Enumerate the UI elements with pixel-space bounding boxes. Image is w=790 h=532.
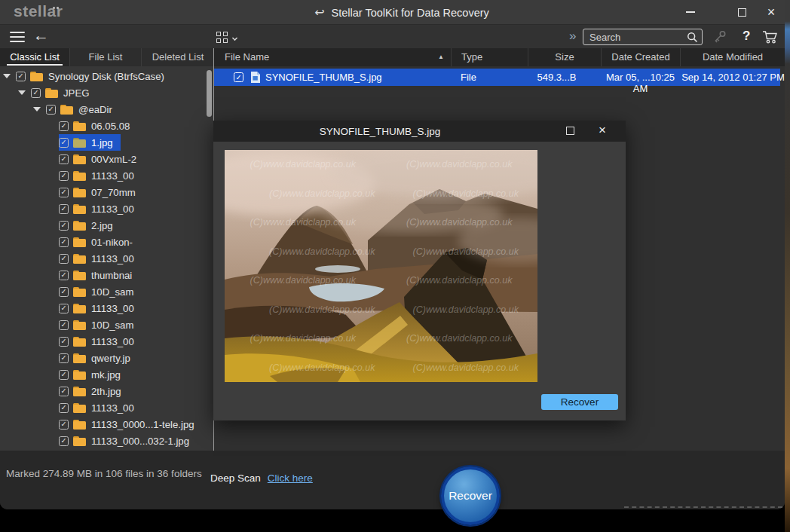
column-header-file-name[interactable]: File Name▲ xyxy=(214,48,451,66)
tree-item[interactable]: 11133_00 xyxy=(59,250,142,267)
checkbox-icon[interactable] xyxy=(59,320,69,330)
tree-item[interactable]: @eaDir xyxy=(33,101,120,118)
file-document-icon xyxy=(250,72,260,83)
column-header-date-created[interactable]: Date Created xyxy=(601,48,680,66)
folder-icon xyxy=(45,88,58,98)
column-header-date-modified[interactable]: Date Modified xyxy=(680,48,785,66)
file-date-created: Mar 05, ...10:25 AM xyxy=(599,72,681,94)
return-arrow-icon: ↩ xyxy=(314,5,324,20)
tab-file-list[interactable]: File List xyxy=(70,48,142,66)
checkbox-icon[interactable] xyxy=(59,204,69,214)
tree-item-label: 11133_00 xyxy=(91,170,134,182)
checkbox-icon[interactable] xyxy=(46,105,56,115)
folder-icon xyxy=(30,72,43,81)
tree-item[interactable]: 11133_0000...1-tele.jpg xyxy=(59,416,202,433)
tree-item-label: 11133_00 xyxy=(91,402,134,414)
tree-item-label: 11133_00 xyxy=(91,253,134,264)
tree-item[interactable]: qwerty.jp xyxy=(59,350,138,366)
folder-tree-panel: Synology Disk (BtrfsCase) JPEG @eaDir 06… xyxy=(0,66,213,451)
tab-deleted-list[interactable]: Deleted List xyxy=(142,48,214,66)
checkbox-icon[interactable] xyxy=(59,403,69,413)
minimize-button[interactable] xyxy=(674,0,707,24)
desktop-edge-sliver xyxy=(785,0,790,532)
tree-item[interactable]: 00VxmL-2 xyxy=(59,151,144,167)
recover-main-button[interactable]: Recover xyxy=(441,466,500,525)
cart-icon[interactable] xyxy=(762,30,779,44)
tree-item[interactable]: 11133_00 xyxy=(59,167,142,184)
checkbox-icon[interactable] xyxy=(59,121,69,131)
checkbox-icon[interactable] xyxy=(59,370,69,380)
key-icon[interactable] xyxy=(712,29,727,44)
tree-item-selected[interactable]: 1.jpg xyxy=(59,134,121,151)
tree-item-label: qwerty.jp xyxy=(91,353,130,364)
tree-item[interactable]: 2th.jpg xyxy=(59,383,129,399)
tree-item-label: 07_70mm xyxy=(91,187,136,198)
tree-item[interactable]: thumbnai xyxy=(59,267,139,283)
tab-classic-list[interactable]: Classic List xyxy=(0,48,70,66)
checkbox-icon[interactable] xyxy=(31,88,41,98)
tree-item-label: 00VxmL-2 xyxy=(91,154,136,165)
maximize-button[interactable] xyxy=(725,0,758,24)
checkbox-icon[interactable] xyxy=(59,221,69,231)
preview-image: (C)www.davidclapp.co.uk(C)www.davidclapp… xyxy=(225,150,537,382)
folder-icon xyxy=(73,254,86,264)
tree-item[interactable]: 07_70mm xyxy=(59,184,143,200)
column-header-size[interactable]: Size xyxy=(528,48,601,66)
view-grid-icon[interactable] xyxy=(216,32,228,44)
tree-item[interactable]: 06.05.08 xyxy=(59,118,137,134)
folder-icon xyxy=(73,337,86,347)
checkbox-icon[interactable] xyxy=(59,287,69,297)
checkbox-icon[interactable] xyxy=(59,171,69,181)
checkbox-icon[interactable] xyxy=(59,271,69,280)
search-icon[interactable] xyxy=(687,32,698,43)
column-label: File Name xyxy=(225,51,269,63)
checkbox-icon[interactable] xyxy=(16,72,26,81)
tree-item[interactable]: 10D_sam xyxy=(59,316,141,333)
dialog-recover-button[interactable]: Recover xyxy=(541,394,618,410)
folder-icon xyxy=(73,237,86,247)
column-header-type[interactable]: Type xyxy=(451,48,528,66)
checkbox-icon[interactable] xyxy=(59,154,69,164)
file-row-selected[interactable]: SYNOFILE_THUMB_S.jpg File 549.3...B Mar … xyxy=(214,69,780,86)
deep-scan-click-here-link[interactable]: Click here xyxy=(268,472,313,484)
checkbox-icon[interactable] xyxy=(59,138,69,148)
checkbox-icon[interactable] xyxy=(59,436,69,446)
tree-item[interactable]: 11133_00 xyxy=(59,333,142,350)
checkbox-icon[interactable] xyxy=(59,337,69,347)
checkbox-icon[interactable] xyxy=(59,353,69,363)
dialog-close-button[interactable]: × xyxy=(599,123,606,138)
tree-item[interactable]: JPEG xyxy=(18,84,96,101)
tree-item-root[interactable]: Synology Disk (BtrfsCase) xyxy=(3,68,172,84)
tree-item[interactable]: 2.jpg xyxy=(59,217,121,234)
checkbox-icon[interactable] xyxy=(59,188,69,197)
collapse-caret-icon[interactable] xyxy=(3,74,11,78)
folder-icon xyxy=(73,188,86,197)
checkbox-icon[interactable] xyxy=(59,387,69,396)
back-arrow-icon[interactable]: ← xyxy=(33,26,49,44)
checkbox-icon[interactable] xyxy=(59,420,69,430)
tree-item[interactable]: 11133_00 xyxy=(59,200,142,217)
checkbox-icon[interactable] xyxy=(59,237,69,247)
checkbox-icon[interactable] xyxy=(234,72,243,82)
tree-item[interactable]: 10D_sam xyxy=(59,283,141,300)
collapse-caret-icon[interactable] xyxy=(33,107,41,112)
tree-item[interactable]: 11133_00 xyxy=(59,399,142,416)
search-input[interactable] xyxy=(588,29,682,44)
collapse-caret-icon[interactable] xyxy=(18,90,26,95)
tree-item[interactable]: 11133_00 xyxy=(59,300,142,316)
tree-item[interactable]: 11133_000...032-1.jpg xyxy=(59,433,197,449)
close-button[interactable]: × xyxy=(755,0,788,24)
file-date-modified: Sep 14, 2012 01:27 PM xyxy=(681,72,785,83)
checkbox-icon[interactable] xyxy=(59,254,69,264)
expand-chevrons-icon[interactable]: » xyxy=(569,29,576,44)
menu-icon[interactable] xyxy=(10,32,25,42)
help-icon[interactable]: ? xyxy=(743,29,750,44)
tree-item[interactable]: mk.jpg xyxy=(59,366,128,383)
tree-item-label: thumbnai xyxy=(91,270,132,281)
dialog-maximize-button[interactable] xyxy=(566,127,574,135)
preview-dialog: SYNOFILE_THUMB_S.jpg × xyxy=(213,121,626,420)
checkbox-icon[interactable] xyxy=(59,304,69,313)
tree-scrollbar-thumb[interactable] xyxy=(207,70,212,117)
tree-item[interactable]: 01-nikon- xyxy=(59,234,140,250)
view-dropdown-chevron-icon[interactable] xyxy=(232,35,237,41)
